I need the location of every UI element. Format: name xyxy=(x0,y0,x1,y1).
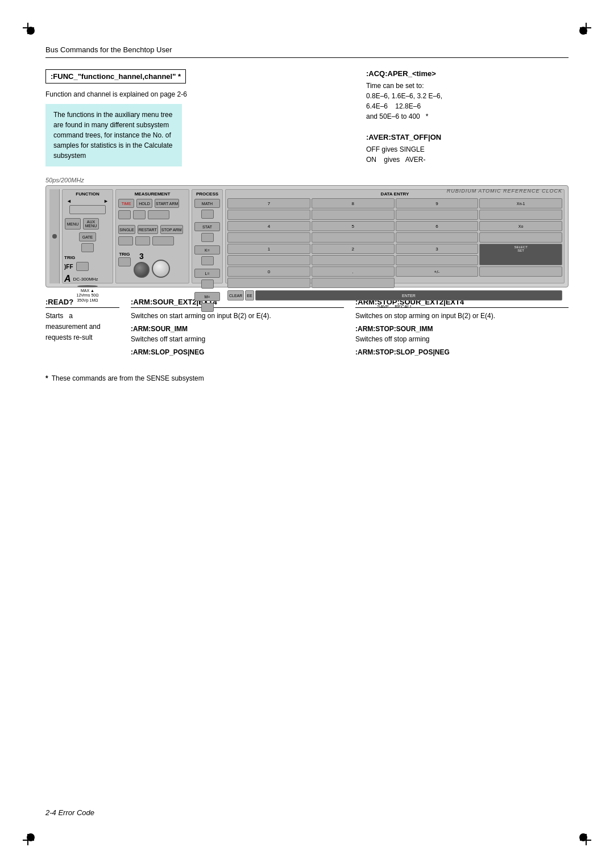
measurement-section: MEASUREMENT TIME HOLD START ARM SINGLE R… xyxy=(115,189,189,283)
max-label: MAX ▲12Vrms 50Ω350Vp 1MΩ xyxy=(64,289,111,303)
restart-sq[interactable] xyxy=(135,236,150,245)
key-sq-4[interactable] xyxy=(227,232,310,243)
arm-sour-body: Switches on start arming on input B(2) o… xyxy=(131,311,344,322)
start-arm-btn[interactable]: START ARM xyxy=(155,199,179,208)
meas-row1: TIME HOLD START ARM xyxy=(118,198,187,208)
left-strip xyxy=(49,189,60,283)
footnote: * These commands are from the SENSE subs… xyxy=(45,374,569,382)
key-sq-xn1[interactable] xyxy=(479,210,562,220)
func-display[interactable] xyxy=(69,205,106,214)
func-arrows: ◄ ► xyxy=(64,198,111,204)
key-select-set[interactable]: SELECTSET xyxy=(479,244,562,265)
key-sq-xo[interactable] xyxy=(479,232,562,243)
key-8[interactable]: 8 xyxy=(312,198,395,208)
key-9[interactable]: 9 xyxy=(396,198,479,208)
stop-arm-btn[interactable]: STOP ARM xyxy=(160,225,183,234)
key-sq-dot[interactable] xyxy=(227,278,310,288)
aver-box: :AVER:STAT_OFF|ON OFF gives SINGLE ON gi… xyxy=(366,133,569,165)
k-eq-sq[interactable] xyxy=(201,256,214,265)
math-sq[interactable] xyxy=(201,210,214,219)
l-eq-sq[interactable] xyxy=(201,279,214,289)
knob-c[interactable] xyxy=(152,260,170,278)
gate-btn[interactable]: GATE xyxy=(79,232,96,241)
k-eq-btn[interactable]: K= xyxy=(194,245,220,254)
read-col: :READ? Starts a measurement and requests… xyxy=(45,298,119,357)
key-dot[interactable]: . xyxy=(312,266,395,277)
dot-mark-tl xyxy=(27,27,35,35)
dc-info: DC-300MHz xyxy=(73,277,98,282)
stop-arm-sq[interactable] xyxy=(152,236,174,245)
read-body: Starts a measurement and requests re-sul… xyxy=(45,311,119,344)
key-sq-9[interactable] xyxy=(396,210,479,220)
key-sq-pm[interactable] xyxy=(312,278,395,288)
m-eq-sq[interactable] xyxy=(201,303,214,312)
knob-a[interactable] xyxy=(77,285,98,287)
arm-stop-imm-body: Switches off stop arming xyxy=(355,334,569,345)
off-row: )FF xyxy=(64,261,111,272)
key-sq-0[interactable] xyxy=(479,266,562,277)
key-2[interactable]: 2 xyxy=(312,244,395,254)
start-arm-sq[interactable] xyxy=(148,210,169,219)
key-5[interactable]: 5 xyxy=(312,221,395,231)
key-sq-5[interactable] xyxy=(312,232,395,243)
off-label: )FF xyxy=(64,264,73,270)
page-content: Bus Commands for the Benchtop User :FUNC… xyxy=(45,45,569,823)
key-4[interactable]: 4 xyxy=(227,221,310,231)
bottom-key-row: CLEAR EE ENTER xyxy=(227,290,562,301)
instrument-wrapper: 50ps/200MHz RUBIDIUM ATOMIC REFERENCE CL… xyxy=(45,177,569,287)
restart-btn[interactable]: RESTART xyxy=(138,225,158,234)
knob-b[interactable] xyxy=(134,262,150,278)
func-header: :FUNC_"functionc_hannel,channel" * xyxy=(45,69,349,88)
stat-btn[interactable]: STAT xyxy=(194,222,220,231)
single-btn[interactable]: SINGLE xyxy=(118,225,135,234)
key-1[interactable]: 1 xyxy=(227,244,310,254)
key-enter[interactable]: ENTER xyxy=(255,290,562,301)
meas-row2: SINGLE RESTART STOP ARM xyxy=(118,224,187,235)
key-7[interactable]: 7 xyxy=(227,198,310,208)
trig-label: TRIG xyxy=(64,255,75,260)
key-3[interactable]: 3 xyxy=(396,244,479,254)
power-led xyxy=(52,234,57,239)
m-eq-btn[interactable]: M= xyxy=(194,292,220,301)
key-6[interactable]: 6 xyxy=(396,221,479,231)
key-sq-7[interactable] xyxy=(227,210,310,220)
key-sq-8[interactable] xyxy=(312,210,395,220)
single-sq[interactable] xyxy=(118,236,133,245)
right-col: :ACQ:APER_<time> Time can be set to: 0.8… xyxy=(366,69,569,166)
left-col: :FUNC_"functionc_hannel,channel" * Funct… xyxy=(45,69,349,166)
header-title: Bus Commands for the Benchtop User xyxy=(45,45,172,54)
trig-sq[interactable] xyxy=(76,262,89,271)
aux-menu-btn[interactable]: AUXMENU xyxy=(83,218,99,229)
hold-sq[interactable] xyxy=(133,210,146,219)
time-sq[interactable] xyxy=(118,210,131,219)
gate-sq[interactable] xyxy=(81,243,94,252)
page-header: Bus Commands for the Benchtop User xyxy=(45,45,569,58)
stat-sq[interactable] xyxy=(201,233,214,242)
trig-b-sq[interactable] xyxy=(118,257,131,266)
key-plusminus[interactable]: +/- xyxy=(396,266,479,277)
time-btn[interactable]: TIME xyxy=(118,199,134,208)
key-xo[interactable]: Xo xyxy=(479,221,562,231)
key-sq-2[interactable] xyxy=(312,255,395,265)
math-btn[interactable]: MATH xyxy=(194,199,220,208)
input-b-col: 3 xyxy=(134,252,150,279)
key-sq-6[interactable] xyxy=(396,232,479,243)
footnote-star: * xyxy=(45,374,48,382)
l-eq-btn[interactable]: L= xyxy=(194,269,220,278)
key-sq-3[interactable] xyxy=(396,255,479,265)
func-cyan-box: The functions in the auxiliary menu tree… xyxy=(45,104,182,166)
recall-label: RECALL xyxy=(395,304,412,309)
function-title: FUNCTION xyxy=(64,191,111,197)
rubidium-label: RUBIDIUM ATOMIC REFERENCE CLOCK xyxy=(447,188,562,194)
key-clear[interactable]: CLEAR xyxy=(227,290,244,301)
key-ee[interactable]: EE xyxy=(245,290,254,301)
menu-row: MENU AUXMENU xyxy=(64,218,111,230)
top-section: :FUNC_"functionc_hannel,channel" * Funct… xyxy=(45,69,569,166)
key-xn1[interactable]: Xn-1 xyxy=(479,198,562,208)
menu-btn[interactable]: MENU xyxy=(65,218,81,229)
hold-btn[interactable]: HOLD xyxy=(136,199,152,208)
speed-label: 50ps/200MHz xyxy=(45,177,569,183)
channel-b-row: TRIG 3 xyxy=(118,252,187,279)
key-0[interactable]: 0 xyxy=(227,266,310,277)
key-sq-1[interactable] xyxy=(227,255,310,265)
